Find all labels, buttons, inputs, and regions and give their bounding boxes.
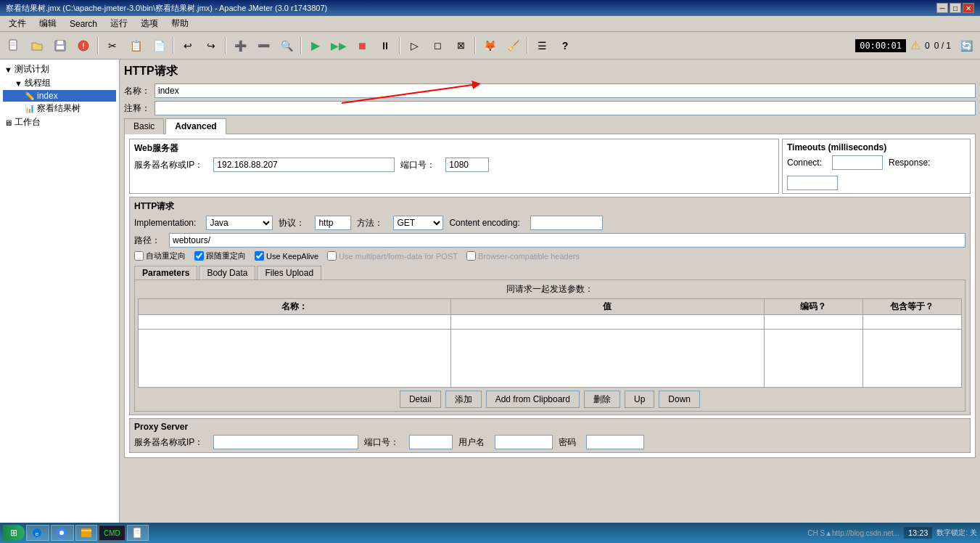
proxy-port-input[interactable] [409,435,453,449]
browser-headers-check[interactable] [466,251,476,261]
detail-button[interactable]: Detail [400,391,441,408]
new-button[interactable] [3,36,25,56]
undo-button[interactable]: ↩ [177,36,199,56]
error-button[interactable]: ! [73,36,94,56]
follow-redirect-item: 跟随重定向 [194,250,246,261]
menu-help[interactable]: 帮助 [165,16,194,31]
tree-item-thread-group[interactable]: ▼ 线程组 [3,76,116,90]
tree-item-label: 工作台 [15,116,41,128]
proxy-pass-input[interactable] [586,435,644,449]
server-input[interactable] [213,158,395,172]
comment-input[interactable] [155,101,976,115]
toolbar: ! ✂ 📋 📄 ↩ ↪ ➕ ➖ 🔍 ▶ ▶▶ ⏹ ⏸ ▷ ◻ ⊠ 🦊 🧹 ☰ ?… [0,32,980,60]
save-button[interactable] [49,36,71,56]
port-input[interactable] [445,158,489,172]
remote-exit-button[interactable]: ⊠ [450,36,472,56]
title-bar: 察看结果树.jmx (C:\apache-jmeter-3.0\bin\察看结果… [0,0,980,16]
response-input[interactable] [787,176,838,190]
delete-button[interactable]: 删除 [584,391,620,408]
col-encode: 编码？ [764,299,862,315]
add-clipboard-button[interactable]: Add from Clipboard [486,391,580,408]
tab-body-data[interactable]: Body Data [199,266,255,279]
protocol-input[interactable] [315,216,351,230]
method-select[interactable]: GET POST PUT DELETE [393,216,443,230]
close-button[interactable]: ✕ [963,3,974,13]
multipart-check[interactable] [327,251,337,261]
refresh-button[interactable]: 🔄 [955,36,977,56]
tree-panel: ▼ 测试计划 ▼ 线程组 ✏️ index 📊 察看结果树 🖥 工作台 [0,60,120,523]
top-sections: Web服务器 服务器名称或IP： 端口号： Timeouts (millisec… [129,139,971,194]
name-input[interactable] [155,83,976,98]
copy-button[interactable]: 📋 [125,36,147,56]
clear-button[interactable]: 🧹 [502,36,524,56]
keepalive-label: Use KeepAlive [266,252,318,261]
minimize-button[interactable]: ─ [936,3,948,13]
port-label: 端口号： [400,159,435,171]
tab-basic[interactable]: Basic [124,118,164,134]
auto-redirect-check[interactable] [134,251,144,261]
add-button[interactable]: 添加 [445,391,482,408]
method-label: 方法： [357,217,383,229]
connect-input[interactable] [832,155,883,170]
proxy-user-input[interactable] [495,435,553,449]
redo-button[interactable]: ↪ [200,36,222,56]
name-row: 名称： [124,83,976,98]
tab-files-upload[interactable]: Files Upload [257,266,321,279]
tab-advanced[interactable]: Advanced [165,118,226,134]
svg-rect-5 [57,46,64,49]
remote-stop-button[interactable]: ◻ [427,36,448,56]
start-button[interactable]: ▶ [305,36,326,56]
menu-edit[interactable]: 编辑 [33,16,62,31]
params-table: 名称： 值 编码？ 包含等于？ [138,298,962,388]
browser-headers-item: Browser-compatible headers [466,251,580,261]
impl-row: Implementation: Java HttpClient4 HttpCli… [134,216,965,230]
menu-options[interactable]: 选项 [135,16,164,31]
paste-button[interactable]: 📄 [148,36,170,56]
down-button[interactable]: Down [659,391,700,408]
window-controls[interactable]: ─ □ ✕ [936,3,974,13]
stop-button[interactable]: ⏹ [351,36,373,56]
cut-button[interactable]: ✂ [102,36,123,56]
up-button[interactable]: Up [625,391,654,408]
function-helper-button[interactable]: 🦊 [479,36,501,56]
remote-start-button[interactable]: ▷ [403,36,425,56]
http-request-section: HTTP请求 Implementation: Java HttpClient4 … [129,197,971,415]
tab-parameters[interactable]: Parameters [134,266,197,279]
svg-rect-4 [57,41,63,44]
menu-file[interactable]: 文件 [3,16,32,31]
maximize-button[interactable]: □ [950,3,961,13]
shutdown-button[interactable]: ⏸ [374,36,396,56]
tree-item-view-results[interactable]: 📊 察看结果树 [3,102,116,115]
timeouts-title: Timeouts (milliseconds) [787,142,965,152]
tree-item-label: 线程组 [25,77,51,89]
menu-run[interactable]: 运行 [104,16,133,31]
proxy-pass-label: 密码 [559,436,576,449]
add-tb-button[interactable]: ➕ [229,36,251,56]
path-row: 路径： [134,233,965,248]
impl-select[interactable]: Java HttpClient4 HttpClient3.1 [206,216,273,230]
open-button[interactable] [26,36,48,56]
tree-item-workbench[interactable]: 🖥 工作台 [3,115,116,129]
content-panel: HTTP请求 名称： 注释： [120,60,980,523]
browse-button[interactable]: 🔍 [276,36,297,56]
proxy-server-input[interactable] [213,435,358,449]
keepalive-check[interactable] [255,251,264,261]
form-title: HTTP请求 [124,64,976,79]
svg-text:!: ! [82,42,84,50]
tree-item-test-plan[interactable]: ▼ 测试计划 [3,62,116,76]
auto-redirect-item: 自动重定向 [134,250,186,261]
main-layout: ▼ 测试计划 ▼ 线程组 ✏️ index 📊 察看结果树 🖥 工作台 HTTP… [0,60,980,523]
remove-tb-button[interactable]: ➖ [252,36,274,56]
start-nopause-button[interactable]: ▶▶ [328,36,350,56]
path-input[interactable] [169,233,965,248]
content-encoding-input[interactable] [530,216,603,230]
list-button[interactable]: ☰ [531,36,553,56]
follow-redirect-check[interactable] [194,251,204,261]
menu-search[interactable]: Search [64,17,103,30]
tree-item-index[interactable]: ✏️ index [3,90,116,102]
browser-headers-label: Browser-compatible headers [478,252,580,261]
web-server-section: Web服务器 服务器名称或IP： 端口号： [129,139,779,194]
timeouts-section: Timeouts (milliseconds) Connect: Respons… [782,139,971,194]
tree-item-label: index [37,91,58,101]
help-tb-button[interactable]: ? [554,36,576,56]
